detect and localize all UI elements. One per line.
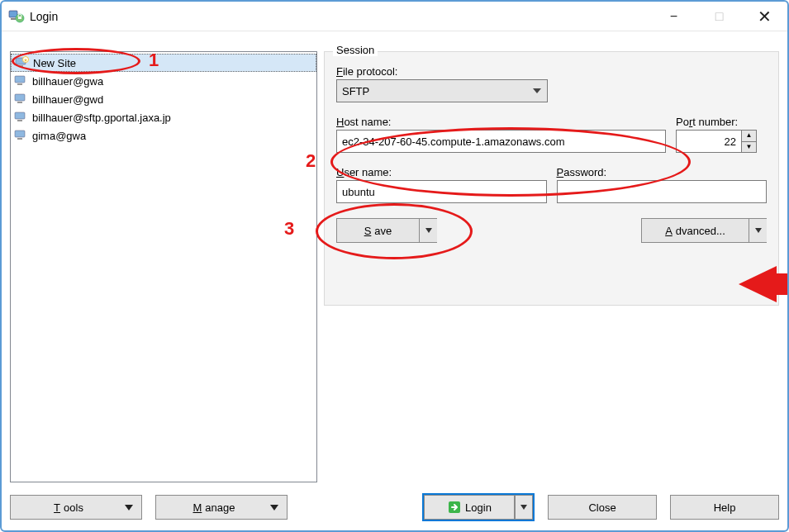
site-label: billhauer@sftp.gportal.jaxa.jp xyxy=(32,112,171,124)
svg-rect-9 xyxy=(15,94,25,101)
site-label: billhauer@gwd xyxy=(32,93,103,106)
login-label: Login xyxy=(465,501,492,514)
manage-button[interactable]: Manage xyxy=(155,495,288,520)
password-label: Password: xyxy=(557,166,768,178)
svg-rect-5 xyxy=(18,65,23,67)
app-icon xyxy=(8,8,25,25)
help-button[interactable]: Help xyxy=(670,495,779,520)
password-input[interactable] xyxy=(557,180,768,203)
user-name-label: User name: xyxy=(336,166,547,178)
save-dropdown-button[interactable] xyxy=(419,218,437,243)
spinner-down-icon[interactable]: ▼ xyxy=(742,142,756,153)
list-item[interactable]: gima@gwa xyxy=(11,126,316,145)
list-item[interactable]: billhauer@gwa xyxy=(11,72,316,90)
bottom-button-bar: Tools Manage Login Close Help xyxy=(10,492,779,522)
advanced-button[interactable]: Advanced... xyxy=(641,218,749,243)
svg-rect-8 xyxy=(17,83,22,85)
close-window-button[interactable]: ✕ xyxy=(742,2,787,31)
close-button[interactable]: Close xyxy=(548,495,657,520)
site-icon xyxy=(14,111,29,124)
site-icon xyxy=(14,74,29,88)
maximize-button: □ xyxy=(696,2,742,31)
svg-rect-1 xyxy=(11,18,16,20)
manage-label: anage xyxy=(205,501,235,514)
spinner-up-icon[interactable]: ▲ xyxy=(742,131,756,142)
port-number-input[interactable] xyxy=(676,130,742,153)
svg-rect-12 xyxy=(17,120,22,121)
site-label: gima@gwa xyxy=(32,130,86,142)
port-spinner[interactable]: ▲ ▼ xyxy=(742,130,757,153)
site-icon xyxy=(14,93,29,106)
minimize-button[interactable]: − xyxy=(651,2,696,31)
tools-label: ools xyxy=(64,501,83,514)
site-new-icon xyxy=(15,56,30,69)
user-name-input[interactable] xyxy=(336,180,547,203)
host-name-input[interactable] xyxy=(336,130,666,153)
list-item[interactable]: New Site xyxy=(11,54,316,72)
site-icon xyxy=(14,129,29,142)
login-icon xyxy=(447,500,462,515)
svg-rect-7 xyxy=(15,76,25,83)
site-list[interactable]: New Site billhauer@gwa billhauer@gwd bil… xyxy=(10,51,317,482)
login-button[interactable]: Login xyxy=(424,495,515,520)
window-controls: − □ ✕ xyxy=(651,2,787,31)
site-label: New Site xyxy=(33,57,76,69)
list-item[interactable]: billhauer@sftp.gportal.jaxa.jp xyxy=(11,108,316,126)
save-split-button: Save xyxy=(336,218,437,243)
save-button[interactable]: Save xyxy=(336,218,419,243)
port-number-label: Port number: xyxy=(676,116,767,128)
tools-button[interactable]: Tools xyxy=(10,495,142,520)
site-label: billhauer@gwa xyxy=(32,75,103,88)
file-protocol-select[interactable]: SFTP xyxy=(336,79,548,102)
titlebar: Login − □ ✕ xyxy=(2,2,787,31)
svg-rect-3 xyxy=(18,17,21,19)
list-item[interactable]: billhauer@gwd xyxy=(11,90,316,108)
advanced-split-button: Advanced... xyxy=(641,218,767,243)
login-split-button: Login xyxy=(422,493,535,521)
window-title: Login xyxy=(30,10,651,23)
svg-rect-13 xyxy=(15,131,25,137)
file-protocol-label: FFile protocol:ile protocol: xyxy=(336,65,767,78)
svg-rect-11 xyxy=(15,112,25,119)
advanced-dropdown-button[interactable] xyxy=(749,218,767,243)
svg-rect-10 xyxy=(17,102,22,103)
svg-rect-14 xyxy=(17,138,22,140)
login-dropdown-button[interactable] xyxy=(515,495,533,520)
host-name-label: Host name: xyxy=(336,116,666,128)
session-legend: Session xyxy=(333,44,378,56)
session-group: Session FFile protocol:ile protocol: SFT… xyxy=(324,51,779,306)
